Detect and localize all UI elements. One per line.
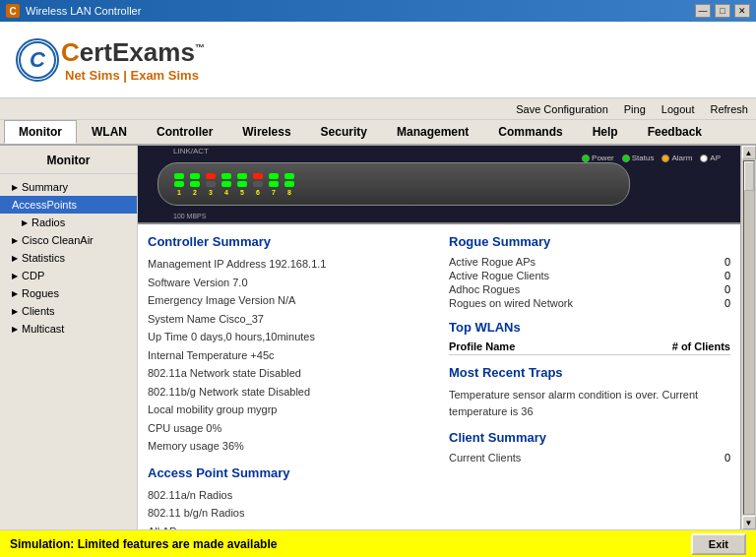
controller-summary-title: Controller Summary — [148, 234, 429, 249]
port-2-top-light — [190, 173, 200, 179]
port-6-label: 6 — [256, 189, 260, 196]
sidebar-item-multicast[interactable]: ▶Multicast — [0, 320, 137, 338]
rogue-row-value: 0 — [711, 270, 730, 281]
clients-arrow-icon: ▶ — [12, 307, 18, 316]
port-1-top-light — [174, 173, 184, 179]
most-recent-traps-title: Most Recent Traps — [449, 365, 730, 380]
port-5-bot-light — [237, 181, 247, 187]
port-7-label: 7 — [272, 189, 276, 196]
main-content: Monitor ▶SummaryAccessPoints▶Radios▶Cisc… — [0, 146, 756, 529]
port-3-label: 3 — [209, 189, 213, 196]
sidebar: Monitor ▶SummaryAccessPoints▶Radios▶Cisc… — [0, 146, 138, 529]
controller-summary-row: 802.11a Network state Disabled — [148, 364, 429, 383]
sidebar-item-rogues[interactable]: ▶Rogues — [0, 284, 137, 302]
radios-label: Radios — [32, 217, 65, 228]
rogue-row-label: Active Rogue APs — [449, 256, 536, 268]
rogue-summary-row: Active Rogue APs0 — [449, 255, 730, 269]
rogue-summary-title: Rogue Summary — [449, 234, 730, 249]
wlan-header: Profile Name # of Clients — [449, 340, 730, 355]
right-col: Rogue Summary Active Rogue APs0Active Ro… — [449, 234, 730, 529]
sidebar-item-summary[interactable]: ▶Summary — [0, 178, 137, 196]
nav-item-commands[interactable]: Commands — [483, 120, 577, 144]
rogue-row-value: 0 — [711, 297, 730, 309]
controller-summary-row: Local mobility group mygrp — [148, 401, 429, 419]
legend-power-label: Power — [592, 154, 614, 162]
nav-item-security[interactable]: Security — [306, 120, 382, 144]
rogue-summary-row: Active Rogue Clients0 — [449, 269, 730, 282]
ap-port-7: 7 — [269, 173, 279, 196]
nav-item-controller[interactable]: Controller — [142, 120, 227, 144]
nav-item-wlan[interactable]: WLAN — [77, 120, 142, 144]
client-summary-row: Current Clients0 — [449, 451, 730, 464]
legend-status-label: Status — [632, 154, 655, 162]
ap-port-group: 12345678 — [174, 173, 613, 196]
save-config-link[interactable]: Save Configuration — [516, 103, 608, 115]
cdp-label: CDP — [22, 270, 44, 281]
controller-summary-rows: Management IP Address 192.168.1.1Softwar… — [148, 255, 429, 456]
close-button[interactable]: ✕ — [734, 4, 750, 18]
client-row-value: 0 — [711, 452, 730, 464]
sidebar-item-radios[interactable]: ▶Radios — [0, 214, 137, 231]
rogues-label: Rogues — [22, 287, 59, 299]
minimize-button[interactable]: — — [695, 4, 711, 18]
logo-bar: C CertExams™ Net Sims | Exam Sims — [0, 22, 756, 98]
scroll-track — [743, 160, 755, 515]
multicast-arrow-icon: ▶ — [12, 325, 18, 334]
port-6-top-light — [253, 173, 263, 179]
sidebar-item-statistics[interactable]: ▶Statistics — [0, 249, 137, 267]
most-recent-traps-message: Temperature sensor alarm condition is ov… — [449, 386, 730, 420]
port-2-label: 2 — [193, 189, 197, 196]
ap-port-3: 3 — [206, 173, 216, 196]
access-points-label: AccessPoints — [12, 199, 77, 211]
refresh-link[interactable]: Refresh — [710, 103, 748, 115]
nav-item-wireless[interactable]: Wireless — [227, 120, 305, 144]
port-2-bot-light — [190, 181, 200, 187]
ap-graphic: LINK/ACT 12345678 100 MBPS PowerStatusAl… — [138, 146, 740, 224]
logout-link[interactable]: Logout — [662, 103, 695, 115]
rogue-row-label: Rogues on wired Network — [449, 297, 573, 309]
sidebar-item-cdp[interactable]: ▶CDP — [0, 267, 137, 284]
legend-status-dot — [622, 155, 630, 162]
port-6-bot-light — [253, 181, 263, 187]
content-panel: LINK/ACT 12345678 100 MBPS PowerStatusAl… — [138, 146, 740, 529]
scroll-up-arrow[interactable]: ▲ — [742, 146, 756, 159]
ap-port-5: 5 — [237, 173, 247, 196]
scroll-down-arrow[interactable]: ▼ — [742, 516, 756, 529]
sidebar-item-cisco-cleanair[interactable]: ▶Cisco CleanAir — [0, 231, 137, 249]
access-point-summary-row: 802.11 b/g/n Radios — [148, 504, 429, 523]
port-8-label: 8 — [287, 189, 291, 196]
maximize-button[interactable]: □ — [715, 4, 730, 18]
nav-item-management[interactable]: Management — [382, 120, 483, 144]
status-bar: Simulation: Limited features are made av… — [0, 529, 756, 557]
nav-item-monitor[interactable]: Monitor — [4, 120, 77, 144]
statistics-label: Statistics — [22, 252, 65, 264]
nav-item-help[interactable]: Help — [578, 120, 633, 144]
scroll-thumb[interactable] — [744, 161, 754, 191]
content-body: Controller Summary Management IP Address… — [138, 224, 740, 529]
nav-item-feedback[interactable]: Feedback — [633, 120, 717, 144]
sidebar-title: Monitor — [0, 150, 137, 174]
mbps-label: 100 MBPS — [173, 213, 206, 219]
legend-status: Status — [622, 154, 655, 162]
titlebar: C Wireless LAN Controller — □ ✕ — [0, 0, 756, 22]
access-point-summary-row: 802.11a/n Radios — [148, 486, 429, 505]
ap-port-6: 6 — [253, 173, 263, 196]
exit-button[interactable]: Exit — [691, 533, 746, 555]
logo-container: C CertExams™ Net Sims | Exam Sims — [16, 37, 205, 83]
ap-port-8: 8 — [284, 173, 294, 196]
window-title: Wireless LAN Controller — [26, 5, 141, 17]
client-row-label: Current Clients — [449, 452, 521, 464]
summary-label: Summary — [22, 181, 68, 193]
status-text: Simulation: Limited features are made av… — [10, 537, 277, 551]
port-5-label: 5 — [240, 189, 244, 196]
controller-summary-row: Up Time 0 days,0 hours,10minutes — [148, 328, 429, 346]
cisco-cleanair-arrow-icon: ▶ — [12, 236, 18, 245]
legend-ap: AP — [700, 154, 721, 162]
ping-link[interactable]: Ping — [624, 103, 646, 115]
rogue-row-label: Adhoc Rogues — [449, 283, 520, 295]
summary-arrow-icon: ▶ — [12, 183, 18, 192]
legend-alarm: Alarm — [662, 154, 692, 162]
rogue-row-value: 0 — [711, 256, 730, 268]
sidebar-item-clients[interactable]: ▶Clients — [0, 302, 137, 320]
sidebar-item-access-points[interactable]: AccessPoints — [0, 196, 137, 214]
